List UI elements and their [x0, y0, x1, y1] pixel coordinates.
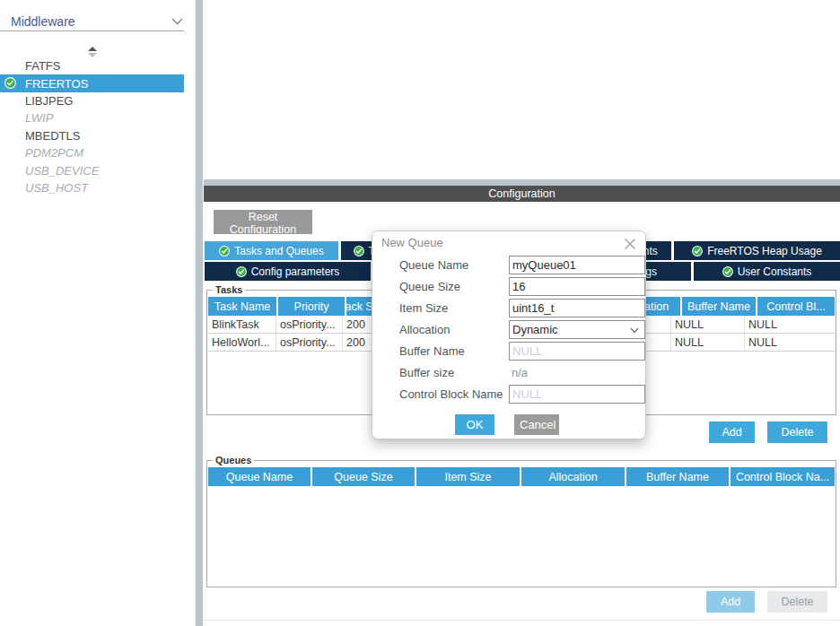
queues-table-header: Queue NameQueue SizeItem SizeAllocationB…	[208, 467, 835, 486]
middleware-header[interactable]: Middleware	[11, 13, 183, 30]
sort-arrows-icon[interactable]	[87, 46, 98, 58]
tab-label: Tasks and Queues	[234, 245, 323, 257]
dialog-title: New Queue	[381, 236, 443, 249]
sidebar-item-label: FREERTOS	[25, 77, 88, 91]
buffer-name-label: Buffer Name	[399, 342, 465, 361]
sidebar-item-usb-host[interactable]: USB_HOST	[0, 179, 184, 196]
tab-check-icon	[354, 246, 364, 256]
sidebar-item-mbedtls[interactable]: MBEDTLS	[0, 127, 184, 144]
tasks-add-button[interactable]: Add	[709, 422, 755, 443]
tab-label: FreeRTOS Heap Usage	[707, 245, 822, 257]
item-size-label: Item Size	[399, 299, 448, 317]
sidebar-divider	[0, 30, 184, 31]
control-block-name-label: Control Block Name	[399, 385, 503, 404]
sidebar-item-pdm2pcm[interactable]: PDM2PCM	[0, 144, 184, 161]
column-header-queue-size[interactable]: Queue Size	[312, 467, 415, 486]
item-size-input[interactable]	[509, 299, 645, 317]
horizontal-divider	[204, 179, 840, 186]
tab-config-parameters[interactable]: Config parameters	[205, 262, 371, 281]
close-icon[interactable]	[624, 238, 636, 250]
column-header-buffer-name[interactable]: Buffer Name	[682, 297, 756, 316]
table-cell: NULL	[745, 316, 822, 333]
table-cell: NULL	[671, 334, 745, 351]
reset-configuration-button[interactable]: Reset Configuration	[214, 210, 312, 234]
tasks-delete-button[interactable]: Delete	[767, 422, 827, 443]
ok-button[interactable]: OK	[455, 414, 494, 435]
column-header-allocation[interactable]: Allocation	[521, 467, 625, 486]
queue-size-label: Queue Size	[399, 277, 460, 296]
middleware-sidebar: Middleware FATFSFREERTOSLIBJPEGLWIPMBEDT…	[0, 0, 196, 626]
middleware-title: Middleware	[11, 14, 75, 29]
cancel-button[interactable]: Cancel	[514, 414, 559, 435]
sidebar-item-label: LWIP	[25, 111, 53, 125]
column-header-control-bl[interactable]: Control Bl...	[757, 297, 835, 316]
column-header-control-block-na[interactable]: Control Block Na...	[731, 467, 835, 486]
allocation-select[interactable]: Dynamic	[509, 320, 645, 339]
table-cell: BlinkTask	[208, 316, 276, 333]
sidebar-item-label: USB_DEVICE	[25, 164, 99, 178]
tab-label: Config parameters	[251, 265, 340, 278]
sidebar-item-label: FATFS	[25, 59, 60, 73]
chevron-down-icon[interactable]	[171, 18, 183, 25]
sidebar-item-label: PDM2PCM	[25, 146, 83, 160]
sidebar-item-fatfs[interactable]: FATFS	[0, 57, 184, 74]
table-cell: HelloWorl...	[208, 334, 276, 351]
table-cell: NULL	[745, 334, 822, 351]
item-size-row: Item Size	[372, 299, 645, 317]
queue-size-row: Queue Size	[372, 277, 645, 296]
tab-check-icon	[692, 246, 703, 256]
tab-check-icon	[722, 266, 733, 277]
buffer-size-label: Buffer size	[399, 363, 454, 382]
sidebar-item-usb-device[interactable]: USB_DEVICE	[0, 161, 184, 178]
column-header-queue-name[interactable]: Queue Name	[208, 467, 311, 486]
tasks-legend: Tasks	[213, 284, 245, 295]
sidebar-item-lwip[interactable]: LWIP	[0, 109, 184, 126]
table-cell: osPriority...	[276, 316, 343, 333]
column-header-buffer-name[interactable]: Buffer Name	[626, 467, 729, 486]
new-queue-dialog: New Queue Queue NameQueue SizeItem SizeA…	[372, 230, 646, 439]
selected-option: Dynamic	[512, 323, 558, 336]
enabled-check-icon	[4, 77, 16, 89]
sidebar-item-label: LIBJPEG	[25, 94, 73, 108]
column-header-priority[interactable]: Priority	[278, 297, 345, 316]
control-block-name-row: Control Block Name	[372, 385, 645, 404]
tab-tasks-and-queues[interactable]: Tasks and Queues	[205, 241, 338, 260]
sidebar-item-freertos[interactable]: FREERTOS	[0, 74, 184, 91]
queues-legend: Queues	[213, 455, 254, 465]
tab-label: User Constants	[738, 265, 812, 278]
configuration-title: Configuration	[488, 187, 555, 200]
buffer-size-value: n/a	[512, 363, 528, 382]
panel-divider	[196, 0, 203, 626]
queue-name-input[interactable]	[509, 256, 645, 274]
table-cell: osPriority...	[276, 334, 343, 351]
queue-name-label: Queue Name	[399, 256, 468, 274]
queues-add-button[interactable]: Add	[706, 591, 755, 613]
queue-size-input[interactable]	[509, 277, 645, 296]
tab-check-icon	[236, 266, 247, 277]
queue-name-row: Queue Name	[372, 256, 645, 274]
tab-user-constants[interactable]: User Constants	[694, 262, 840, 281]
queues-delete-button[interactable]: Delete	[767, 591, 827, 613]
buffer-size-row: Buffer sizen/a	[372, 363, 645, 382]
bottom-divider	[204, 620, 840, 621]
sidebar-item-label: USB_HOST	[25, 181, 88, 195]
buffer-name-row: Buffer Name	[372, 342, 645, 361]
allocation-label: Allocation	[399, 320, 450, 339]
configuration-title-bar: Configuration	[204, 186, 840, 202]
buffer-name-input[interactable]	[509, 342, 645, 361]
middleware-list: FATFSFREERTOSLIBJPEGLWIPMBEDTLSPDM2PCMUS…	[0, 57, 184, 196]
column-header-item-size[interactable]: Item Size	[416, 467, 520, 486]
control-block-name-input[interactable]	[509, 385, 645, 404]
sidebar-item-label: MBEDTLS	[25, 129, 80, 143]
tab-freertos-heap-usage[interactable]: FreeRTOS Heap Usage	[674, 241, 840, 260]
sidebar-item-libjpeg[interactable]: LIBJPEG	[0, 92, 184, 109]
tab-check-icon	[219, 246, 230, 256]
table-cell: NULL	[671, 316, 745, 333]
column-header-task-name[interactable]: Task Name	[208, 297, 276, 316]
allocation-row: AllocationDynamic	[372, 320, 645, 339]
top-empty-panel	[204, 0, 840, 179]
chevron-down-icon	[630, 327, 639, 334]
